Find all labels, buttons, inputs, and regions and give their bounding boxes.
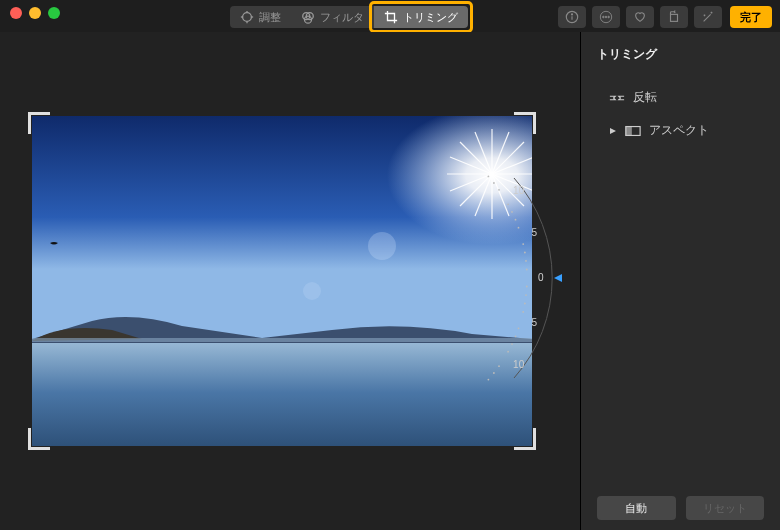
svg-point-48 (525, 294, 527, 296)
done-button[interactable]: 完了 (730, 6, 772, 28)
svg-point-44 (525, 260, 527, 262)
crop-handle-bl[interactable] (28, 428, 50, 450)
crop-tab-label: トリミング (403, 10, 458, 25)
rotate-icon (667, 10, 681, 24)
wand-icon (701, 10, 715, 24)
crop-handle-tl[interactable] (28, 112, 50, 134)
svg-point-45 (526, 269, 528, 271)
flip-row[interactable]: 反転 (609, 89, 764, 106)
svg-point-39 (515, 219, 517, 221)
info-button[interactable] (558, 6, 586, 28)
ellipsis-icon (599, 10, 613, 24)
crop-frame[interactable] (32, 116, 532, 446)
svg-marker-63 (610, 128, 616, 134)
svg-point-40 (518, 227, 520, 229)
sidebar-footer: 自動 リセット (597, 496, 764, 520)
crop-icon (384, 10, 398, 24)
svg-rect-15 (671, 14, 678, 21)
flip-label: 反転 (633, 89, 657, 106)
crop-handle-br[interactable] (514, 428, 536, 450)
svg-point-57 (498, 365, 500, 367)
info-icon (565, 10, 579, 24)
filter-icon (301, 10, 315, 24)
svg-point-12 (603, 16, 605, 18)
flip-icon (609, 91, 625, 105)
canvas-area: 15105051015 (0, 32, 580, 530)
aspect-row[interactable]: アスペクト (609, 122, 764, 139)
rotate-button[interactable] (660, 6, 688, 28)
crop-tab[interactable]: トリミング (374, 6, 468, 28)
svg-point-38 (511, 211, 513, 213)
favorite-button[interactable] (626, 6, 654, 28)
svg-text:5: 5 (532, 227, 538, 238)
aspect-label: アスペクト (649, 122, 709, 139)
rotation-dial[interactable]: 15105051015 (484, 168, 614, 388)
svg-text:0: 0 (538, 272, 544, 283)
svg-point-49 (524, 303, 526, 305)
sidebar-title: トリミング (597, 46, 764, 63)
svg-point-50 (522, 311, 524, 313)
svg-point-14 (608, 16, 610, 18)
svg-point-42 (522, 243, 524, 245)
svg-point-35 (498, 189, 500, 191)
svg-rect-20 (32, 116, 532, 446)
svg-point-43 (524, 252, 526, 254)
disclosure-triangle-icon (609, 127, 617, 135)
svg-point-55 (507, 351, 509, 353)
svg-text:5: 5 (532, 317, 538, 328)
svg-point-30 (303, 282, 321, 300)
aspect-icon (625, 124, 641, 138)
filter-tab-label: フィルタ (320, 10, 364, 25)
svg-text:10: 10 (513, 185, 525, 196)
svg-point-59 (488, 379, 490, 381)
adjust-tab-label: 調整 (259, 10, 281, 25)
svg-point-52 (518, 327, 520, 329)
auto-button[interactable]: 自動 (597, 496, 676, 520)
heart-icon (633, 10, 647, 24)
enhance-button[interactable] (694, 6, 722, 28)
photo-preview (32, 116, 532, 446)
svg-rect-65 (626, 126, 631, 135)
svg-point-58 (493, 372, 495, 374)
main-area: 15105051015 トリミング 反転 アスペクト 自動 リセット (0, 32, 780, 530)
toolbar: 調整 フィルタ トリミング 完了 (0, 3, 780, 31)
svg-marker-62 (554, 274, 562, 282)
svg-point-29 (368, 232, 396, 260)
reset-button[interactable]: リセット (686, 496, 765, 520)
svg-point-53 (515, 335, 517, 337)
svg-point-34 (493, 182, 495, 184)
filter-tab[interactable]: フィルタ (291, 6, 374, 28)
svg-point-0 (243, 13, 252, 22)
crop-handle-tr[interactable] (514, 112, 536, 134)
svg-point-47 (526, 286, 528, 288)
svg-point-37 (507, 203, 509, 205)
adjust-icon (240, 10, 254, 24)
svg-point-13 (605, 16, 607, 18)
svg-text:10: 10 (513, 359, 525, 370)
svg-point-54 (511, 343, 513, 345)
adjust-tab[interactable]: 調整 (230, 6, 291, 28)
svg-point-33 (488, 176, 490, 178)
more-button[interactable] (592, 6, 620, 28)
toolbar-tab-group: 調整 フィルタ トリミング (230, 6, 468, 28)
svg-point-10 (571, 14, 572, 15)
